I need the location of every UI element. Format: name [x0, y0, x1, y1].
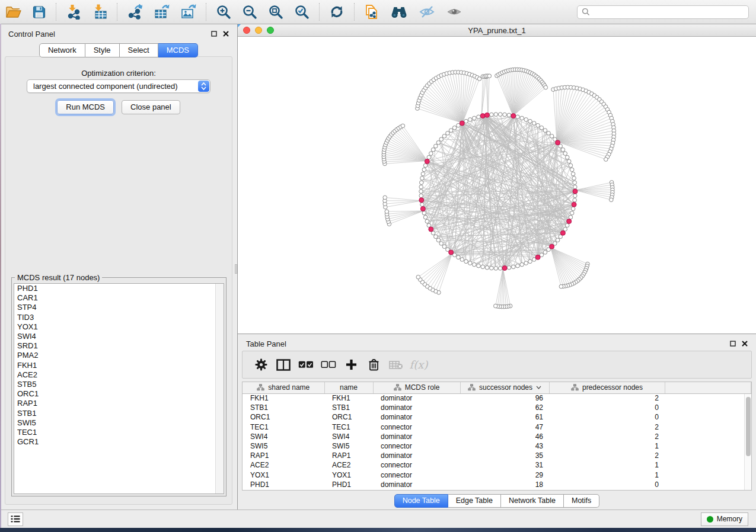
optimization-criterion-dropdown[interactable]: largest connected component (undirected): [27, 79, 210, 93]
cell-predecessor-nodes[interactable]: 1: [549, 441, 665, 451]
cell-successor-nodes[interactable]: 96: [460, 393, 549, 403]
cell-predecessor-nodes[interactable]: 1: [549, 470, 665, 480]
close-panel-button-mcds[interactable]: Close panel: [122, 100, 180, 114]
export-network-button[interactable]: [122, 2, 148, 22]
cell-predecessor-nodes[interactable]: 2: [549, 422, 665, 432]
mcds-result-item[interactable]: RAP1: [14, 399, 224, 408]
mcds-result-item[interactable]: TID3: [14, 313, 224, 322]
column-header-MCDS-role[interactable]: MCDS role: [373, 382, 460, 393]
cell-predecessor-nodes[interactable]: 0: [549, 480, 665, 489]
refresh-view-button[interactable]: [324, 2, 350, 22]
cell-shared-name[interactable]: STB1: [243, 403, 324, 412]
memory-button[interactable]: Memory: [701, 512, 748, 526]
tab-select[interactable]: Select: [120, 43, 158, 57]
cell-shared-name[interactable]: PHD1: [243, 480, 324, 489]
table-row[interactable]: SWI4SWI4dominator462: [243, 432, 751, 441]
duplicate-network-button[interactable]: [359, 2, 385, 22]
show-column-panel-button[interactable]: [272, 354, 295, 376]
cell-mcds-role[interactable]: connector: [373, 441, 460, 451]
mcds-result-item[interactable]: TEC1: [14, 428, 224, 437]
cell-successor-nodes[interactable]: 61: [460, 412, 549, 422]
cell-shared-name[interactable]: RAP1: [243, 451, 324, 460]
select-all-columns-button[interactable]: [295, 354, 317, 376]
tab-node-table[interactable]: Node Table: [394, 494, 448, 508]
table-row[interactable]: STB1STB1dominator620: [243, 403, 751, 412]
mcds-result-item[interactable]: YOX1: [14, 322, 224, 332]
cell-mcds-role[interactable]: connector: [373, 460, 460, 470]
cell-name[interactable]: SWI4: [324, 432, 373, 441]
zoom-selected-button[interactable]: [289, 2, 315, 22]
cell-mcds-role[interactable]: dominator: [373, 432, 460, 441]
cell-successor-nodes[interactable]: 29: [460, 470, 549, 480]
hide-selected-button[interactable]: [413, 2, 441, 22]
mcds-result-list[interactable]: PHD1CAR1STP4TID3YOX1SWI4SRD1PMA2FKH1ACE2…: [14, 283, 224, 494]
mcds-result-item[interactable]: SWI5: [14, 418, 224, 428]
cell-successor-nodes[interactable]: 43: [460, 441, 549, 451]
cell-shared-name[interactable]: SWI5: [243, 441, 324, 451]
cell-predecessor-nodes[interactable]: 2: [549, 432, 665, 441]
cell-mcds-role[interactable]: dominator: [373, 480, 460, 489]
mcds-result-item[interactable]: SWI4: [14, 332, 224, 341]
deselect-all-columns-button[interactable]: [317, 354, 340, 376]
cell-successor-nodes[interactable]: 31: [460, 460, 549, 470]
cell-shared-name[interactable]: YOX1: [243, 470, 324, 480]
tab-style[interactable]: Style: [85, 43, 120, 57]
delete-column-button[interactable]: [362, 354, 385, 376]
cell-name[interactable]: SWI5: [324, 441, 373, 451]
mcds-result-item[interactable]: FKH1: [14, 361, 224, 370]
zoom-fit-button[interactable]: [263, 2, 289, 22]
column-header-name[interactable]: name: [324, 382, 373, 393]
table-row[interactable]: ORC1ORC1dominator610: [243, 412, 751, 422]
task-history-button[interactable]: [8, 512, 23, 526]
cell-shared-name[interactable]: SWI4: [243, 432, 324, 441]
cell-name[interactable]: STB1: [324, 403, 373, 412]
network-graph[interactable]: [238, 37, 755, 334]
open-file-button[interactable]: [0, 2, 27, 22]
cell-shared-name[interactable]: ACE2: [243, 460, 324, 470]
cell-mcds-role[interactable]: dominator: [373, 393, 460, 403]
network-canvas[interactable]: [238, 37, 756, 334]
search-box[interactable]: [577, 5, 749, 19]
cell-successor-nodes[interactable]: 47: [460, 422, 549, 432]
mcds-result-item[interactable]: CAR1: [14, 293, 224, 303]
table-row[interactable]: RAP1RAP1dominator352: [243, 451, 751, 460]
cell-successor-nodes[interactable]: 46: [460, 432, 549, 441]
zoom-in-button[interactable]: [210, 2, 237, 22]
search-input[interactable]: [593, 8, 744, 16]
mcds-result-item[interactable]: STP4: [14, 303, 224, 312]
table-settings-button[interactable]: [250, 354, 272, 376]
cell-mcds-role[interactable]: dominator: [373, 451, 460, 460]
import-network-button[interactable]: [60, 2, 87, 22]
table-scrollbar[interactable]: [744, 394, 751, 490]
cell-shared-name[interactable]: TEC1: [243, 422, 324, 432]
mcds-result-item[interactable]: GCR1: [14, 437, 224, 447]
export-table-button[interactable]: [148, 2, 175, 22]
mcds-result-item[interactable]: ORC1: [14, 389, 224, 399]
table-row[interactable]: ACE2ACE2connector311: [243, 460, 751, 470]
mcds-result-item[interactable]: STB1: [14, 409, 224, 418]
table-row[interactable]: TEC1TEC1connector472: [243, 422, 751, 432]
close-panel-button[interactable]: [223, 31, 229, 37]
add-column-button[interactable]: [340, 354, 362, 376]
export-image-button[interactable]: [175, 2, 202, 22]
tab-network-table[interactable]: Network Table: [501, 494, 564, 508]
mcds-result-item[interactable]: SRD1: [14, 341, 224, 351]
float-panel-button[interactable]: [211, 31, 217, 37]
splitter-handle[interactable]: [235, 264, 237, 274]
column-header-shared-name[interactable]: shared name: [243, 382, 324, 393]
cell-name[interactable]: YOX1: [324, 470, 373, 480]
cell-successor-nodes[interactable]: 35: [460, 451, 549, 460]
cell-name[interactable]: PHD1: [324, 480, 373, 489]
cell-name[interactable]: TEC1: [324, 422, 373, 432]
column-header-predecessor-nodes[interactable]: predecessor nodes: [549, 382, 665, 393]
tab-motifs[interactable]: Motifs: [564, 494, 599, 508]
cell-predecessor-nodes[interactable]: 2: [549, 393, 665, 403]
zoom-out-button[interactable]: [237, 2, 263, 22]
cell-predecessor-nodes[interactable]: 0: [549, 412, 665, 422]
close-table-panel-button[interactable]: [742, 341, 748, 347]
tab-network[interactable]: Network: [39, 43, 85, 57]
mcds-result-item[interactable]: PMA2: [14, 351, 224, 360]
column-header-successor-nodes[interactable]: successor nodes: [460, 382, 549, 393]
cell-mcds-role[interactable]: connector: [373, 470, 460, 480]
cell-successor-nodes[interactable]: 18: [460, 480, 549, 489]
